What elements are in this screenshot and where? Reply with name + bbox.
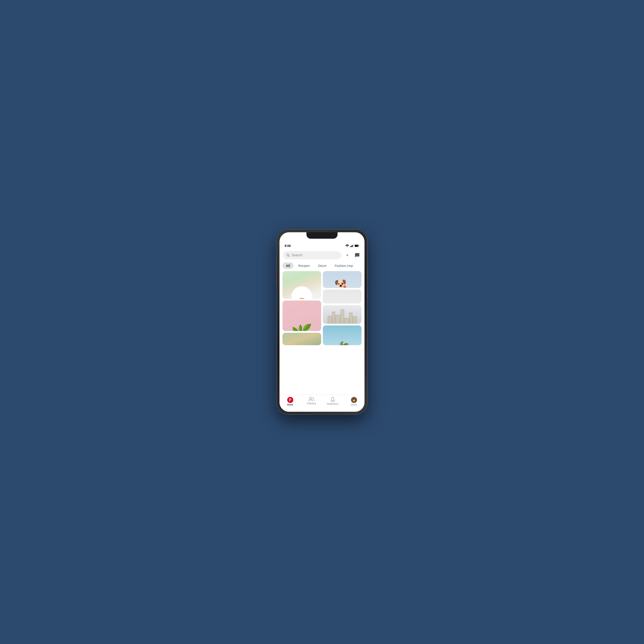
- svg-rect-1: [350, 246, 351, 247]
- masonry-grid: [279, 271, 365, 345]
- pin-image-grey: [323, 290, 361, 304]
- status-icons: [345, 245, 359, 247]
- nav-label-saved: Saved: [351, 404, 357, 406]
- nav-item-saved[interactable]: 👩 Saved: [343, 397, 365, 406]
- wifi-icon: [345, 245, 349, 247]
- tab-recipes[interactable]: Recipes: [295, 262, 313, 269]
- phone-screen: 8:08: [279, 232, 365, 412]
- pin-image-dog: [323, 271, 361, 288]
- search-placeholder: Search: [292, 253, 302, 257]
- svg-point-0: [347, 247, 348, 247]
- svg-rect-4: [353, 245, 354, 247]
- pin-feed: [279, 271, 365, 412]
- bell-icon: [330, 397, 335, 402]
- svg-rect-3: [352, 245, 353, 247]
- phone-mockup: 8:08: [277, 230, 367, 414]
- pin-card-leaf[interactable]: [283, 301, 321, 331]
- nav-item-notifications[interactable]: Notifications: [322, 397, 343, 405]
- pin-card-buildings[interactable]: [323, 305, 361, 324]
- nav-label-home: Home: [287, 404, 293, 406]
- category-tabs: All Recipes Decor Fashion insp: [279, 261, 365, 271]
- add-button[interactable]: +: [343, 251, 351, 259]
- signal-icon: [350, 245, 354, 247]
- masonry-col-left: [283, 271, 321, 345]
- chat-icon: [355, 253, 360, 258]
- search-bar-row: Search +: [279, 249, 365, 261]
- avatar: 👩: [351, 397, 357, 403]
- pin-image-buildings: [323, 305, 361, 324]
- nav-label-notifications: Notifications: [327, 403, 338, 405]
- search-input-wrapper[interactable]: Search: [283, 251, 341, 259]
- status-bar: 8:08: [279, 241, 365, 249]
- nav-item-home[interactable]: P Home: [279, 397, 301, 406]
- battery-icon: [355, 245, 359, 247]
- pin-card-palm[interactable]: [323, 325, 361, 345]
- bottom-nav: P Home Following Notifications: [279, 395, 365, 412]
- pin-card-food[interactable]: [283, 271, 321, 299]
- pinterest-logo: P: [287, 397, 293, 403]
- svg-rect-6: [355, 245, 358, 247]
- pin-image-palm: [323, 325, 361, 345]
- messages-button[interactable]: [353, 251, 361, 259]
- search-icon: [286, 254, 290, 257]
- pin-image-food: [283, 271, 321, 299]
- tab-decor[interactable]: Decor: [314, 262, 330, 269]
- pin-card-aerial[interactable]: [283, 333, 321, 345]
- screen-content: 8:08: [279, 232, 365, 412]
- svg-rect-2: [351, 246, 352, 247]
- masonry-col-right: [323, 271, 361, 345]
- following-icon: [309, 397, 314, 402]
- pin-card-dog[interactable]: [323, 271, 361, 288]
- pin-image-aerial: [283, 333, 321, 345]
- tab-fashion[interactable]: Fashion insp: [331, 262, 356, 269]
- svg-line-8: [289, 256, 290, 257]
- notch: [307, 232, 338, 239]
- pin-image-leaf: [283, 301, 321, 331]
- nav-label-following: Following: [307, 402, 316, 405]
- tab-all[interactable]: All: [283, 262, 293, 269]
- pin-card-grey[interactable]: [323, 290, 361, 304]
- svg-point-9: [310, 397, 312, 399]
- status-time: 8:08: [285, 244, 291, 248]
- nav-item-following[interactable]: Following: [301, 397, 322, 405]
